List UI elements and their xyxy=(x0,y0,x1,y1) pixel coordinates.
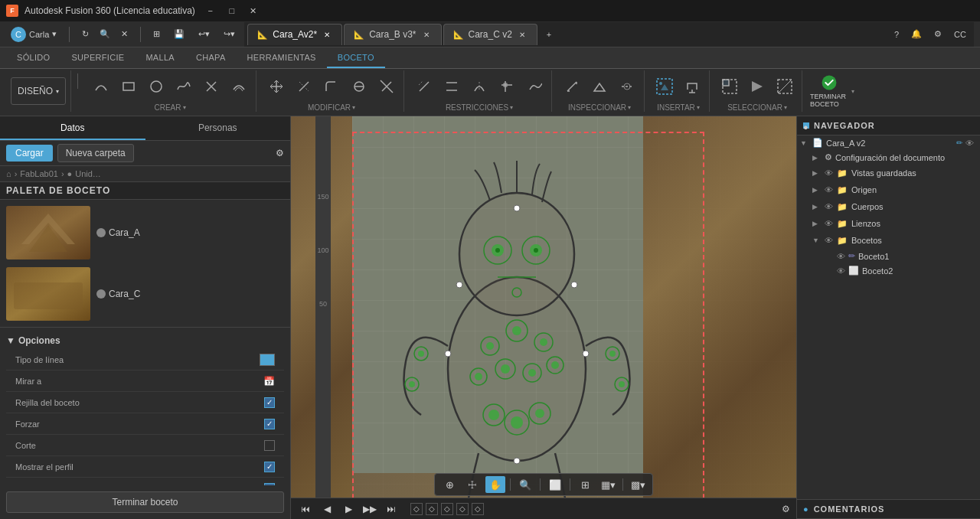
timeline-settings-icon[interactable]: ⚙ xyxy=(782,504,790,514)
ribbon-select3-btn[interactable] xyxy=(773,74,797,99)
module-tab-chapa[interactable]: CHAPA xyxy=(185,47,237,68)
ribbon-fillet-btn[interactable] xyxy=(319,74,344,99)
ribbon-modify5-btn[interactable] xyxy=(374,74,399,99)
zoom-button[interactable]: 🔍 xyxy=(515,476,535,493)
nav-item-cara-av2[interactable]: ▼ 📄 Cara_A v2 ✏ 👁 xyxy=(797,135,980,150)
ribbon-offset-btn[interactable] xyxy=(227,74,251,99)
ribbon-modify2-btn[interactable] xyxy=(292,74,316,99)
ribbon-arc-btn[interactable] xyxy=(89,74,113,99)
terminar-dropdown-arrow[interactable]: ▾ xyxy=(851,88,854,95)
nav-item-boceto1[interactable]: ▶ 👁 ✏ Boceto1 xyxy=(797,249,980,263)
tab-cara-cv2[interactable]: 📐 Cara_C v2 ✕ xyxy=(443,24,537,45)
grid-view-button[interactable]: ⊞ xyxy=(149,24,165,44)
search-button[interactable]: 🔍 xyxy=(95,24,115,44)
ribbon-select2-btn[interactable] xyxy=(745,74,769,99)
tab-cara-av2[interactable]: 📐 Cara_Av2* ✕ xyxy=(247,24,342,45)
ribbon-coincident-btn[interactable] xyxy=(412,74,436,99)
orbit-button[interactable]: ⊕ xyxy=(439,476,459,493)
pb-prev-button[interactable]: ◀ xyxy=(318,501,335,517)
timeline-marker-1[interactable]: ◇ xyxy=(410,503,423,515)
mostrar-puntos-checkbox[interactable] xyxy=(264,483,275,486)
ribbon-inspect3-btn[interactable] xyxy=(615,74,639,99)
nav-item-config[interactable]: ▶ ⚙ Configuración del documento xyxy=(797,150,980,165)
nav-eye-cuerpos[interactable]: 👁 xyxy=(825,202,833,211)
mirar-a-icon[interactable]: 📅 xyxy=(263,376,275,387)
save-button[interactable]: 💾 xyxy=(169,24,189,44)
nav-item-origen[interactable]: ▶ 👁 📁 Origen xyxy=(797,181,980,198)
close-button[interactable]: ✕ xyxy=(244,3,263,18)
module-tab-boceto[interactable]: BOCETO xyxy=(327,47,385,68)
grid-type-button[interactable]: ▦▾ xyxy=(598,476,618,493)
pb-play-button[interactable]: ▶ xyxy=(340,501,357,517)
mostrar-perfil-checkbox[interactable] xyxy=(264,462,275,472)
ribbon-insert-img-btn[interactable] xyxy=(652,74,677,99)
options-header[interactable]: ▼ Opciones xyxy=(6,332,284,349)
pb-first-button[interactable]: ⏮ xyxy=(297,501,314,517)
notification-button[interactable]: 🔔 xyxy=(906,24,926,44)
pan-button[interactable]: ✋ xyxy=(485,476,505,493)
display-mode-button[interactable]: ⬜ xyxy=(545,476,565,493)
ribbon-rect-btn[interactable] xyxy=(116,74,141,99)
ribbon-constrain5-btn[interactable] xyxy=(522,74,547,99)
rejilla-checkbox[interactable] xyxy=(264,397,275,408)
pb-next-button[interactable]: ▶▶ xyxy=(361,501,378,517)
nav-eye-cara-av2[interactable]: 👁 xyxy=(965,139,974,148)
refresh-button[interactable]: ↻ xyxy=(77,24,93,44)
nav-eye-vistas[interactable]: 👁 xyxy=(825,168,833,178)
settings-icon[interactable]: ⚙ xyxy=(276,148,284,158)
community-button[interactable]: CC xyxy=(949,24,971,44)
ribbon-measure-btn[interactable] xyxy=(560,74,584,99)
nav-eye-bocetos[interactable]: 👁 xyxy=(825,236,833,245)
nav-item-boceto2[interactable]: ▶ 👁 ⬜ Boceto2 xyxy=(797,263,980,278)
ribbon-move-btn[interactable] xyxy=(264,74,289,99)
timeline-marker-2[interactable]: ◇ xyxy=(426,503,438,515)
tab-close-0[interactable]: ✕ xyxy=(322,29,332,40)
help-button[interactable]: ? xyxy=(890,24,903,44)
grid-toggle-button[interactable]: ⊞ xyxy=(575,476,595,493)
nueva-carpeta-button[interactable]: Nueva carpeta xyxy=(57,144,134,162)
breadcrumb-home[interactable]: ⌂ xyxy=(6,169,11,178)
pb-last-button[interactable]: ⏭ xyxy=(383,501,400,517)
tab-close-1[interactable]: ✕ xyxy=(421,29,432,40)
tipo-linea-swatch[interactable] xyxy=(260,354,275,366)
restricciones-label[interactable]: RESTRICCIONES ▾ xyxy=(446,103,513,112)
modificar-label[interactable]: MODIFICAR ▾ xyxy=(308,103,355,112)
user-menu[interactable]: C Carla ▾ xyxy=(6,24,61,44)
ribbon-select-btn[interactable] xyxy=(717,74,742,99)
inspeccionar-label[interactable]: INSPECCIONAR ▾ xyxy=(568,103,631,112)
breadcrumb-fablab[interactable]: FabLab01 xyxy=(20,169,58,178)
ribbon-constrain4-btn[interactable] xyxy=(495,74,519,99)
corte-checkbox[interactable] xyxy=(264,440,275,451)
terminar-boceto-button[interactable]: Terminar boceto xyxy=(6,491,284,513)
panel-tab-datos[interactable]: Datos xyxy=(0,116,145,140)
ribbon-constrain3-btn[interactable] xyxy=(467,74,492,99)
timeline-marker-3[interactable]: ◇ xyxy=(441,503,453,515)
ribbon-insert-svg-btn[interactable] xyxy=(680,74,704,99)
tab-close-2[interactable]: ✕ xyxy=(517,29,528,40)
nav-eye-lienzos[interactable]: 👁 xyxy=(825,219,833,228)
redo-button[interactable]: ↪▾ xyxy=(219,24,240,44)
maximize-button[interactable]: □ xyxy=(223,3,241,18)
timeline-marker-5[interactable]: ◇ xyxy=(472,503,484,515)
ribbon-spline-btn[interactable] xyxy=(172,74,196,99)
thumbnail-cara-c[interactable]: Cara_C xyxy=(3,264,287,324)
tab-cara-bv3[interactable]: 📐 Cara_B v3* ✕ xyxy=(344,24,441,45)
nav-eye-boceto2[interactable]: 👁 xyxy=(837,266,845,276)
crear-label[interactable]: CREAR ▾ xyxy=(155,103,186,112)
settings-tab-button[interactable]: ⚙ xyxy=(929,24,946,44)
module-tab-herramientas[interactable]: HERRAMIENTAS xyxy=(237,47,327,68)
cancel-button[interactable]: ✕ xyxy=(116,24,132,44)
nav-item-lienzos[interactable]: ▶ 👁 📁 Lienzos xyxy=(797,215,980,232)
cargar-button[interactable]: Cargar xyxy=(6,145,53,162)
undo-button[interactable]: ↩▾ xyxy=(194,24,214,44)
nav-item-cuerpos[interactable]: ▶ 👁 📁 Cuerpos xyxy=(797,198,980,215)
nav-item-bocetos[interactable]: ▼ 👁 📁 Bocetos xyxy=(797,232,980,249)
add-tab-button[interactable]: + xyxy=(542,24,556,44)
viewport[interactable]: 150 100 50 xyxy=(291,116,796,519)
panels-button[interactable]: ▩▾ xyxy=(628,476,648,493)
ribbon-modify4-btn[interactable] xyxy=(347,74,371,99)
look-button[interactable]: ☩ xyxy=(462,476,482,493)
ribbon-trim-btn[interactable] xyxy=(199,74,224,99)
ribbon-constrain2-btn[interactable] xyxy=(439,74,464,99)
breadcrumb-unid-label[interactable]: Unid… xyxy=(75,169,101,178)
